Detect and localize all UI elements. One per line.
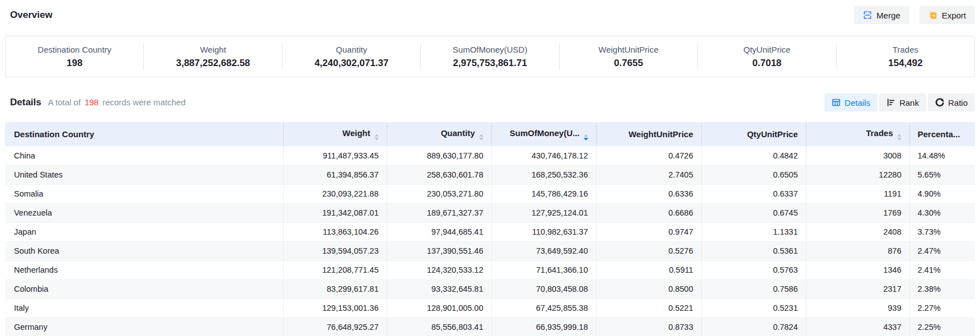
view-button-label: Rank [899,99,919,107]
column-header-quantity[interactable]: Quantity [387,122,491,146]
value-cell-weight: 83,299,617.81 [283,279,387,298]
sort-desc-arrow [479,138,484,141]
value-cell-weight: 61,394,856.37 [283,165,387,184]
stat-item-weight: Weight3,887,252,682.58 [144,43,282,70]
column-header-trades[interactable]: Trades [806,122,909,146]
value-cell-weight: 76,648,925.27 [283,318,387,336]
details-bar: Details A total of198records were matche… [0,93,980,112]
export-button[interactable]: Export [920,6,975,24]
value-cell-quantity: 97,944,685.41 [387,222,491,241]
value-cell-weightunitprice: 0.5911 [596,260,701,279]
table-row-china[interactable]: China911,487,933.45889,630,177.80430,746… [5,146,975,165]
bar-chart-icon [887,98,895,107]
country-cell: United States [5,165,283,184]
column-header-weight[interactable]: Weight [283,122,387,146]
value-cell-quantity: 889,630,177.80 [387,146,491,165]
value-cell-quantity: 137,390,551.46 [387,241,491,260]
stat-item-sumofmoney-usd: SumOfMoney(USD)2,975,753,861.71 [421,43,559,70]
view-button-label: Details [845,99,870,107]
stat-value: 0.7655 [614,58,643,69]
sort-caret-icon[interactable] [374,134,379,141]
value-cell-percenta: 2.47% [909,241,975,260]
value-cell-trades: 12280 [806,165,909,184]
sort-asc-arrow [479,134,484,137]
value-cell-trades: 3008 [806,146,909,165]
sort-caret-icon[interactable] [479,134,484,141]
table-row-somalia[interactable]: Somalia230,093,221.88230,053,271.80145,7… [5,184,975,203]
merge-button-label: Merge [876,11,901,20]
table-row-venezuela[interactable]: Venezuela191,342,087.01189,671,327.37127… [5,203,975,222]
country-cell: South Korea [5,241,283,260]
column-header-weightunitprice: WeightUnitPrice [596,122,701,146]
value-cell-quantity: 230,053,271.80 [387,184,491,203]
value-cell-weight: 121,208,771.45 [283,260,387,279]
summary-prefix: A total of [48,97,81,107]
value-cell-qtyunitprice: 0.6337 [701,184,806,203]
column-header-label: Destination Country [14,129,94,139]
stat-label: Trades [893,45,918,54]
export-button-label: Export [942,11,966,20]
details-title: Details [10,97,41,108]
value-cell-qtyunitprice: 0.5763 [701,260,806,279]
value-cell-percenta: 2.41% [909,260,975,279]
table-row-germany[interactable]: Germany76,648,925.2785,556,803.4166,935,… [5,318,975,336]
sort-caret-icon[interactable] [897,134,902,141]
stat-value: 0.7018 [752,58,781,69]
donut-chart-icon [935,98,944,107]
column-header-percenta: Percenta... [909,122,975,146]
value-cell-sumofmoney-u: 66,935,999.18 [491,318,596,336]
value-cell-weightunitprice: 0.9747 [596,222,701,241]
sort-caret-icon[interactable] [584,134,588,141]
view-button-rank[interactable]: Rank [879,94,926,111]
value-cell-percenta: 5.65% [909,165,975,184]
column-header-label: Trades [866,128,893,138]
value-cell-sumofmoney-u: 67,425,855.38 [491,298,596,318]
table-row-south-korea[interactable]: South Korea139,594,057.23137,390,551.467… [5,241,975,260]
country-cell: Germany [5,318,283,336]
value-cell-weight: 139,594,057.23 [283,241,387,260]
column-header-label: QtyUnitPrice [747,129,798,139]
column-header-sumofmoney-u[interactable]: SumOfMoney(U... [491,122,596,146]
matched-count: 198 [85,97,99,107]
value-cell-weightunitprice: 0.8733 [596,318,701,336]
stat-label: QtyUnitPrice [743,45,790,54]
value-cell-weightunitprice: 0.5221 [596,298,701,318]
column-header-label: Quantity [441,128,475,138]
value-cell-weightunitprice: 0.6336 [596,184,701,203]
table-row-italy[interactable]: Italy129,153,001.36128,901,005.0067,425,… [5,298,975,318]
value-cell-weightunitprice: 0.4726 [596,146,701,165]
table-row-netherlands[interactable]: Netherlands121,208,771.45124,320,533.127… [5,260,975,279]
view-button-ratio[interactable]: Ratio [928,94,975,111]
stat-item-qtyunitprice: QtyUnitPrice0.7018 [698,43,836,70]
sort-desc-arrow [584,138,588,141]
value-cell-quantity: 128,901,005.00 [387,298,491,318]
value-cell-percenta: 2.38% [909,279,975,298]
merge-button[interactable]: Merge [854,6,909,24]
table-row-japan[interactable]: Japan113,863,104.2697,944,685.41110,982,… [5,222,975,241]
column-header-label: Percenta... [918,129,960,139]
value-cell-trades: 2317 [806,279,909,298]
column-header-qtyunitprice: QtyUnitPrice [701,122,806,146]
view-button-label: Ratio [948,99,968,107]
value-cell-percenta: 2.27% [909,298,975,318]
table-row-united-states[interactable]: United States61,394,856.37258,630,601.78… [5,165,975,184]
value-cell-weight: 191,342,087.01 [283,203,387,222]
country-cell: Japan [5,222,283,241]
value-cell-quantity: 93,332,645.81 [387,279,491,298]
value-cell-qtyunitprice: 0.5361 [701,241,806,260]
stat-item-quantity: Quantity4,240,302,071.37 [283,43,421,70]
value-cell-weightunitprice: 2.7405 [596,165,701,184]
value-cell-sumofmoney-u: 73,649,592.40 [491,241,596,260]
table-row-colombia[interactable]: Colombia83,299,617.8193,332,645.8170,803… [5,279,975,298]
value-cell-sumofmoney-u: 168,250,532.36 [491,165,596,184]
value-cell-sumofmoney-u: 145,786,429.16 [491,184,596,203]
value-cell-qtyunitprice: 0.5231 [701,298,806,318]
value-cell-weight: 911,487,933.45 [283,146,387,165]
table-header-row: Destination CountryWeightQuantitySumOfMo… [5,122,975,146]
top-bar: Overview Merge [0,0,980,27]
column-header-label: Weight [343,128,371,138]
stat-value: 3,887,252,682.58 [176,58,250,69]
stat-label: WeightUnitPrice [598,45,658,54]
view-button-details[interactable]: Details [824,94,878,111]
value-cell-weight: 113,863,104.26 [283,222,387,241]
